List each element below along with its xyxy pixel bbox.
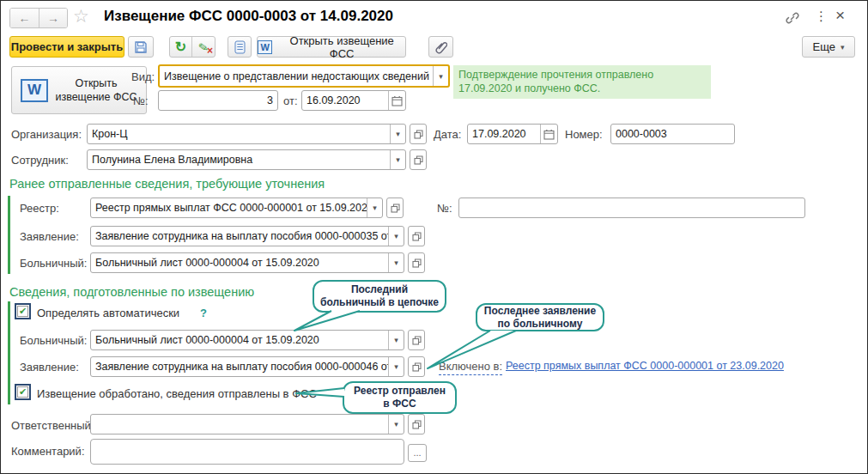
org-label: Организация: — [11, 128, 82, 141]
dropdown-icon[interactable]: ▾ — [388, 227, 404, 246]
calendar-icon[interactable] — [540, 125, 557, 143]
help-icon[interactable]: ? — [200, 307, 207, 319]
callout-last-sick-note: Последний больничный в цепочке — [313, 280, 446, 313]
back-icon[interactable]: ← — [10, 9, 39, 27]
close-icon[interactable]: × — [835, 6, 845, 25]
employee-value: Полунина Елена Владимировна — [88, 154, 390, 166]
org-value: Крон-Ц — [88, 128, 390, 140]
dropdown-icon[interactable]: ▾ — [390, 150, 405, 169]
callout-last-application: Последнее заявление по больничному — [476, 303, 604, 331]
link-icon[interactable] — [784, 9, 801, 30]
processed-checkbox[interactable]: ✔ — [15, 384, 31, 400]
number-field[interactable]: 0000-0003 — [610, 124, 735, 144]
save-icon[interactable] — [128, 36, 154, 58]
processed-label: Извещение обработано, сведения отправлен… — [37, 387, 317, 400]
red-x-icon: × — [207, 46, 213, 56]
chevron-down-icon: ▾ — [841, 43, 845, 52]
dropdown-icon[interactable]: ▾ — [433, 66, 448, 86]
zayavlenie2-open-button[interactable] — [408, 356, 425, 377]
open-notice-big-button[interactable]: W Открыть извещение ФСС — [11, 66, 147, 114]
forward-icon[interactable]: → — [39, 9, 67, 27]
date-value: 17.09.2020 — [468, 128, 540, 140]
comment-ellipsis-button[interactable]: ... — [408, 444, 427, 462]
comment-label: Комментарий: — [11, 445, 85, 458]
word-icon: W — [258, 40, 272, 54]
section-prev-bar — [8, 196, 10, 274]
callout-register-sent: Реестр отправлен в ФСС — [343, 381, 457, 414]
more-label: Еще — [813, 40, 835, 53]
employee-open-button[interactable] — [410, 149, 427, 170]
open-notice-label: Открыть извещение ФСС — [278, 34, 405, 60]
included-in-label[interactable]: Включено в: — [439, 360, 502, 375]
dropdown-icon[interactable]: ▾ — [388, 331, 404, 349]
zayavlenie2-value: Заявление сотрудника на выплату пособия … — [91, 361, 388, 373]
calendar-icon[interactable] — [388, 91, 405, 110]
number-label: Номер: — [565, 128, 603, 141]
employee-label: Сотрудник: — [11, 154, 69, 167]
bolnichny-label: Больничный: — [20, 257, 87, 270]
no-label: №: — [133, 94, 149, 107]
date-label: Дата: — [434, 128, 461, 141]
number-value: 0000-0003 — [611, 128, 734, 140]
open-notice-button[interactable]: W Открыть извещение ФСС — [257, 36, 406, 58]
reestr-value: Реестр прямых выплат ФСС 0000-000001 от … — [91, 202, 367, 214]
ot-label: от: — [283, 94, 298, 107]
bolnichny-field[interactable]: Больничный лист 0000-000004 от 15.09.202… — [90, 252, 404, 273]
reestr-label: Реестр: — [20, 202, 59, 215]
vid-field[interactable]: Извещение о представлении недостающих св… — [158, 64, 450, 88]
zayavlenie2-field[interactable]: Заявление сотрудника на выплату пособия … — [90, 356, 404, 377]
check-icon: ✔ — [19, 307, 27, 316]
post-and-close-button[interactable]: Провести и закрыть — [9, 36, 124, 58]
refresh-icon[interactable]: ↻ — [170, 37, 192, 57]
zayavlenie-open-button[interactable] — [408, 226, 425, 246]
window: ← → ☆ Извещение ФСС 0000-0003 от 14.09.2… — [0, 0, 868, 474]
zayavlenie-field[interactable]: Заявление сотрудника на выплату пособия … — [90, 226, 404, 246]
responsible-field[interactable]: ▾ — [90, 414, 404, 434]
org-field[interactable]: Крон-Ц ▾ — [87, 124, 406, 144]
section-new-title: Сведения, подготовленные по извещению — [9, 285, 254, 299]
bolnichny2-value: Больничный лист 0000-000004 от 15.09.202… — [91, 334, 388, 346]
ot-date-field[interactable]: 16.09.2020 — [301, 90, 406, 111]
dropdown-icon[interactable]: ▾ — [388, 253, 404, 272]
dropdown-icon[interactable]: ▾ — [388, 357, 404, 376]
bolnichny2-open-button[interactable] — [408, 330, 425, 350]
edit-button-group: ↻ ✎ × — [169, 36, 215, 58]
bolnichny2-field[interactable]: Больничный лист 0000-000004 от 15.09.202… — [90, 330, 404, 350]
auto-detect-checkbox[interactable]: ✔ — [15, 303, 31, 319]
auto-detect-label: Определять автоматически — [37, 307, 179, 319]
list-icon[interactable] — [228, 36, 252, 58]
section-new-bar — [8, 301, 10, 404]
more-button[interactable]: Еще ▾ — [802, 36, 855, 58]
more-dots-icon[interactable]: ⋮ — [815, 9, 828, 24]
bolnichny-open-button[interactable] — [408, 252, 425, 273]
responsible-label: Ответственный: — [11, 419, 94, 432]
bolnichny2-label: Больничный: — [20, 334, 87, 347]
vid-value: Извещение о представлении недостающих св… — [160, 70, 433, 82]
employee-field[interactable]: Полунина Елена Владимировна ▾ — [87, 149, 406, 170]
responsible-open-button[interactable] — [408, 414, 425, 434]
page-title: Извещение ФСС 0000-0003 от 14.09.2020 — [104, 8, 393, 25]
nav-button-group: ← → — [9, 8, 68, 28]
included-in-link[interactable]: Реестр прямых выплат ФСС 0000-000001 от … — [506, 360, 784, 372]
word-icon-large: W — [21, 79, 48, 102]
edit-cancel-icon[interactable]: ✎ × — [192, 37, 215, 57]
dropdown-icon[interactable]: ▾ — [388, 415, 404, 434]
zayavlenie2-label: Заявление: — [20, 361, 79, 374]
no-field[interactable]: 3 — [158, 90, 278, 111]
reestr-no-label: №: — [437, 202, 452, 215]
org-open-button[interactable] — [410, 124, 427, 144]
reestr-field[interactable]: Реестр прямых выплат ФСС 0000-000001 от … — [90, 198, 383, 218]
paperclip-icon[interactable] — [428, 36, 453, 58]
dropdown-icon[interactable]: ▾ — [367, 198, 382, 217]
section-prev-title: Ранее отправленные сведения, требующие у… — [9, 177, 325, 191]
date-field[interactable]: 17.09.2020 — [467, 124, 558, 144]
dropdown-icon[interactable]: ▾ — [390, 125, 405, 143]
zayavlenie-label: Заявление: — [20, 230, 79, 243]
open-notice-big-label: Открыть извещение ФСС — [55, 76, 137, 105]
comment-field[interactable] — [90, 439, 404, 465]
reestr-open-button[interactable] — [386, 198, 404, 218]
ot-date-value: 16.09.2020 — [302, 94, 388, 106]
reestr-no-field[interactable] — [458, 198, 805, 218]
vid-label: Вид: — [131, 70, 155, 83]
star-icon[interactable]: ☆ — [73, 6, 89, 27]
